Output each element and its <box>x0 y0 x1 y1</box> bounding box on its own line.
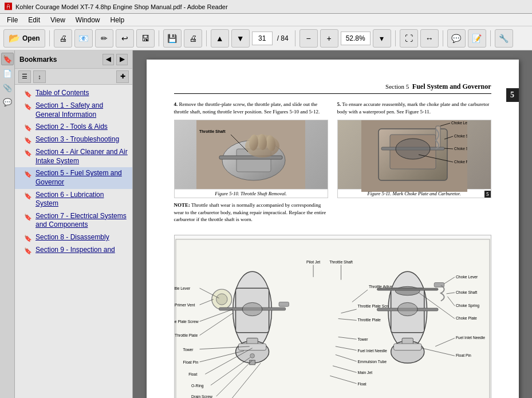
bookmark-label-s5: Section 5 - Fuel System and Governor <box>36 169 128 187</box>
fit-width-button[interactable]: ↔ <box>420 29 439 48</box>
section-badge: 5 <box>506 88 519 102</box>
bookmark-label-s7: Section 7 - Electrical Systems and Compo… <box>36 212 128 230</box>
bookmark-s3[interactable]: 🔖 Section 3 - Troubleshooting <box>15 133 132 146</box>
panel-header: Bookmarks ◀ ▶ <box>15 50 132 69</box>
svg-text:Choke Lever: Choke Lever <box>455 275 478 279</box>
bookmark-s1[interactable]: 🔖 Section 1 - Safety and General Informa… <box>15 100 132 121</box>
panel-title: Bookmarks <box>19 56 57 64</box>
svg-rect-29 <box>249 360 255 365</box>
pdf-viewer[interactable]: Section 5 Fuel System and Governor 5 4. … <box>133 50 532 398</box>
svg-text:Choke Plate: Choke Plate <box>455 316 476 320</box>
header-title: Fuel System and Governor <box>412 82 491 90</box>
bookmark-icon-s4: 🔖 <box>24 149 32 157</box>
zoom-input[interactable] <box>341 31 371 45</box>
tools-button[interactable]: 🔧 <box>495 29 513 48</box>
col-right: 5. To ensure accurate reassembly, mark t… <box>337 101 491 228</box>
app-icon: 🅰 <box>5 2 12 11</box>
page-input[interactable] <box>252 31 273 45</box>
menu-edit[interactable]: Edit <box>23 15 45 25</box>
highlight-button[interactable]: 📝 <box>468 29 486 48</box>
bookmark-s6[interactable]: 🔖 Section 6 - Lubrication System <box>15 189 132 210</box>
collapse-panel-button[interactable]: ◀ <box>103 54 114 65</box>
side-icon-panel: 🔖 📄 📎 💬 <box>0 50 15 398</box>
svg-text:Fuel Inlet Needle: Fuel Inlet Needle <box>455 336 484 340</box>
zoom-dropdown-button[interactable]: ▾ <box>373 29 391 48</box>
svg-text:Choke Shaft: Choke Shaft <box>454 147 467 151</box>
svg-text:Choke Lever: Choke Lever <box>451 121 467 125</box>
menu-view[interactable]: View <box>46 15 70 25</box>
bookmark-label-s3: Section 3 - Troubleshooting <box>36 135 119 144</box>
menu-window[interactable]: Window <box>71 15 105 25</box>
bookmark-icon-s6: 🔖 <box>24 192 32 200</box>
bookmark-icon-s5: 🔖 <box>24 170 32 178</box>
svg-text:Primer Vent: Primer Vent <box>175 303 195 307</box>
bookmark-toc[interactable]: 🔖 Table of Contents <box>15 87 132 100</box>
note-block: NOTE: Throttle shaft wear is normally ac… <box>174 202 328 223</box>
bookmark-s8[interactable]: 🔖 Section 8 - Disassembly <box>15 231 132 244</box>
edit-button[interactable]: ✏ <box>95 29 113 48</box>
step4-text: Remove the throttle-plate screw, the thr… <box>174 101 320 115</box>
panel-sort-button[interactable]: ↕ <box>33 70 46 83</box>
bookmarks-list[interactable]: 🔖 Table of Contents 🔖 Section 1 - Safety… <box>15 85 132 398</box>
note-label: NOTE: <box>174 202 191 208</box>
bookmark-s2[interactable]: 🔖 Section 2 - Tools & Aids <box>15 121 132 133</box>
panel-add-button[interactable]: ✚ <box>116 70 129 83</box>
svg-text:Choke Spring: Choke Spring <box>454 134 467 139</box>
zoom-in-button[interactable]: + <box>320 29 338 48</box>
print2-button[interactable]: 🖨 <box>184 29 202 48</box>
bookmark-s5[interactable]: 🔖 Section 5 - Fuel System and Governor <box>15 167 132 188</box>
figure-511: Choke Lever Choke Spring Choke Shaft Cho… <box>337 120 491 198</box>
svg-point-81 <box>395 286 420 295</box>
comment-button[interactable]: 💬 <box>447 29 466 48</box>
menu-help[interactable]: Help <box>106 15 129 25</box>
svg-rect-87 <box>393 344 421 350</box>
svg-text:Throttle Shaft: Throttle Shaft <box>199 129 226 133</box>
expand-panel-button[interactable]: ▶ <box>116 54 128 65</box>
svg-text:Pilot Jet: Pilot Jet <box>306 260 320 264</box>
zoom-out-button[interactable]: − <box>300 29 318 48</box>
bookmark-icon-s1: 🔖 <box>24 103 32 111</box>
print-button[interactable]: 🖨 <box>54 29 72 48</box>
main-area: 🔖 📄 📎 💬 Bookmarks ◀ ▶ ☰ ↕ ✚ � <box>0 50 532 398</box>
bookmark-label-s4: Section 4 - Air Cleaner and Air Intake S… <box>36 148 128 165</box>
menu-file[interactable]: File <box>2 15 22 25</box>
page-up-button[interactable]: ▲ <box>211 29 229 48</box>
svg-text:Throttle Shaft: Throttle Shaft <box>329 260 353 264</box>
panel-options-button[interactable]: ☰ <box>18 70 31 83</box>
toolbar: 📂 Open 🖨 📧 ✏ ↩ 🖫 💾 🖨 ▲ ▼ / 84 − + ▾ ⛶ ↔ … <box>0 26 532 50</box>
separator-2 <box>159 30 159 46</box>
svg-text:Float: Float <box>357 382 366 386</box>
svg-text:Drain Screw: Drain Screw <box>191 395 212 398</box>
attachments-icon[interactable]: 📎 <box>1 81 14 94</box>
fwd-button[interactable]: 🖫 <box>136 29 155 48</box>
email-button[interactable]: 📧 <box>74 29 93 48</box>
bookmark-label-s9: Section 9 - Inspection and <box>36 246 115 255</box>
page-down-button[interactable]: ▼ <box>231 29 250 48</box>
left-panel: 🔖 📄 📎 💬 Bookmarks ◀ ▶ ☰ ↕ ✚ � <box>0 50 133 398</box>
svg-text:Choke Plate: Choke Plate <box>454 160 467 164</box>
throttle-shaft-svg: Throttle Shaft <box>196 120 305 189</box>
fit-page-button[interactable]: ⛶ <box>400 29 418 48</box>
content-columns: 4. Remove the throttle-plate screw, the … <box>174 101 491 228</box>
bookmark-s7[interactable]: 🔖 Section 7 - Electrical Systems and Com… <box>15 210 132 231</box>
svg-text:Tower: Tower <box>357 337 368 341</box>
bookmark-s9[interactable]: 🔖 Section 9 - Inspection and <box>15 244 132 257</box>
svg-text:Throttle Plate: Throttle Plate <box>357 318 380 322</box>
panel-header-buttons: ◀ ▶ <box>103 54 128 65</box>
bookmark-icon-s2: 🔖 <box>24 124 32 132</box>
choke-plate-svg: Choke Lever Choke Spring Choke Shaft Cho… <box>361 120 467 192</box>
bookmarks-icon[interactable]: 🔖 <box>1 53 14 65</box>
svg-point-31 <box>216 294 227 305</box>
pages-icon[interactable]: 📄 <box>1 67 14 80</box>
save-button[interactable]: 💾 <box>163 29 182 48</box>
separator-6 <box>443 30 443 46</box>
step5-text: To ensure accurate reassembly, mark the … <box>337 101 490 115</box>
svg-text:Float Pin: Float Pin <box>183 360 198 364</box>
carb-exploded-svg: Throttle Lever Primer Vent Throttle Plat… <box>175 235 491 398</box>
comments-icon[interactable]: 💬 <box>1 96 14 108</box>
step5: 5. To ensure accurate reassembly, mark t… <box>337 101 491 115</box>
bookmark-icon-s3: 🔖 <box>24 136 32 144</box>
back-button[interactable]: ↩ <box>116 29 134 48</box>
bookmark-s4[interactable]: 🔖 Section 4 - Air Cleaner and Air Intake… <box>15 146 132 167</box>
open-button[interactable]: 📂 Open <box>3 29 45 48</box>
